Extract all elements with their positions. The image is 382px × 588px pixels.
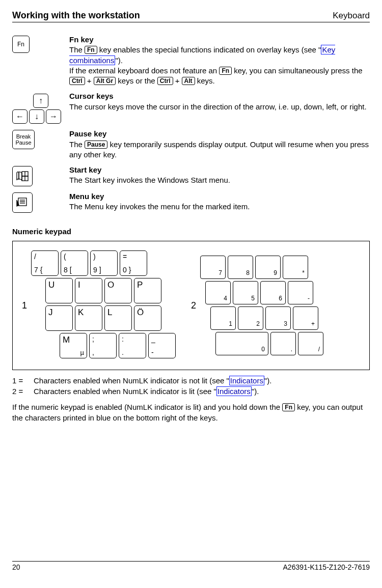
keycap-fn-2: Fn [219, 67, 232, 75]
key: :. [119, 333, 146, 358]
numpad-key: 1 [210, 306, 236, 330]
section-start: Start key The Start key invokes the Wind… [12, 165, 370, 186]
header-left: Working with the workstation [12, 10, 140, 21]
cursor-keys-icon: ↑ ← ↓ → [12, 94, 69, 124]
keycap-fn: Fn [85, 46, 97, 54]
start-title: Start key [69, 165, 370, 175]
numpad-key: 2 [238, 306, 263, 330]
marker-1: 1 [22, 300, 27, 311]
key: K [75, 305, 102, 331]
pause-title: Pause key [69, 129, 370, 139]
key: (8 [ [61, 250, 88, 276]
numpad-key: . [270, 332, 296, 355]
keycap-ctrl-2: Ctrl [157, 77, 173, 85]
numpad-key: 4 [205, 281, 231, 304]
key: ;, [89, 333, 117, 358]
numpad-key: + [293, 306, 318, 330]
page-number: 20 [12, 563, 20, 571]
numpad-key: 5 [233, 281, 258, 304]
key: L [104, 305, 132, 331]
key: O [104, 278, 132, 303]
key: =0 } [120, 250, 147, 276]
numpad-key: 6 [260, 281, 286, 304]
numpad-key: 7 [200, 256, 226, 279]
key: U [45, 278, 73, 303]
menu-title: Menu key [69, 191, 370, 202]
windows-start-icon [12, 166, 33, 186]
key: I [75, 278, 102, 303]
cursor-body: The cursor keys move the cursor in the d… [69, 102, 370, 112]
start-body: The Start key invokes the Windows Start … [69, 175, 370, 185]
document-id: A26391-K115-Z120-2-7619 [283, 563, 370, 571]
fn-body-1: The Fn key enables the special functions… [69, 45, 370, 66]
cursor-title: Cursor keys [69, 91, 370, 101]
numpad-key: / [298, 332, 323, 355]
section-fn: Fn Fn key The Fn key enables the special… [12, 35, 370, 86]
keycap-alt: Alt [182, 77, 195, 85]
numpad-key: 3 [265, 306, 291, 330]
keycap-ctrl: Ctrl [69, 77, 85, 85]
numpad-key: 0 [215, 332, 268, 355]
section-pause: Break Pause Pause key The Pause key temp… [12, 129, 370, 160]
page-footer: 20 A26391-K115-Z120-2-7619 [12, 561, 370, 571]
key: _- [148, 333, 176, 358]
key: /7 { [31, 250, 59, 276]
menu-key-icon [12, 192, 33, 213]
key: Mµ [60, 333, 87, 358]
pause-body: The Pause key temporarily suspends displ… [69, 139, 370, 160]
keycap-altgr: Alt Gr [94, 77, 116, 85]
numeric-keypad-heading: Numeric keypad [12, 227, 370, 236]
numpad-key: * [283, 256, 308, 279]
keycap-fn-3: Fn [282, 403, 295, 411]
numpad-key: 9 [255, 256, 281, 279]
keycap-pause: Pause [85, 141, 107, 149]
numpad-key: 8 [228, 256, 253, 279]
legend-1-label: 1 = [12, 375, 34, 386]
fn-key-icon: Fn [12, 36, 30, 53]
menu-body: The Menu key invokes the menu for the ma… [69, 202, 370, 212]
section-menu: Menu key The Menu key invokes the menu f… [12, 191, 370, 213]
numpad-key: - [288, 281, 313, 304]
key: P [134, 278, 161, 303]
link-indicators-1[interactable]: Indicators [229, 376, 264, 385]
marker-2: 2 [191, 300, 196, 311]
legend: 1 = Characters enabled when NumLK indica… [12, 375, 370, 397]
key: Ö [134, 305, 161, 331]
header-right: Keyboard [333, 11, 370, 21]
legend-2-label: 2 = [12, 386, 34, 397]
numeric-paragraph: If the numeric keypad is enabled (NumLK … [12, 402, 370, 423]
pause-key-icon: Break Pause [12, 130, 35, 149]
page-header: Working with the workstation Keyboard [12, 10, 370, 22]
fn-title: Fn key [69, 35, 370, 45]
numeric-keypad-diagram: 1 /7 {(8 [)9 ]=0 }UIOPJKLÖMµ;,:._- 2 789… [12, 241, 370, 370]
section-cursor: ↑ ← ↓ → Cursor keys The cursor keys move… [12, 91, 370, 124]
fn-body-2: If the external keyboard does not featur… [69, 66, 370, 87]
link-indicators-2[interactable]: Indicators [216, 386, 252, 396]
key: )9 ] [90, 250, 118, 276]
key: J [45, 305, 73, 331]
